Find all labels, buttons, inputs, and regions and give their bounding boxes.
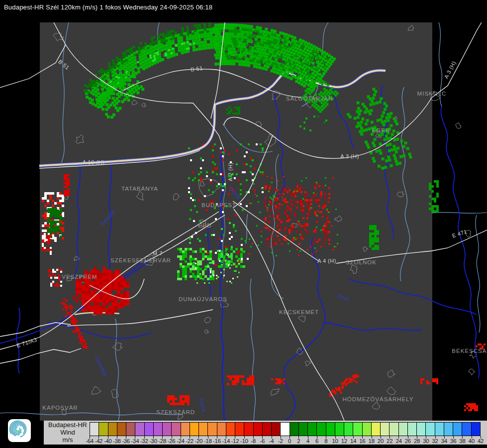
legend-color-box (226, 423, 235, 436)
legend-color-box (117, 423, 126, 436)
legend-color-box (390, 423, 398, 436)
legend-color-box (217, 423, 226, 436)
legend-color-box (163, 423, 172, 436)
legend-tick-label: 42 (474, 438, 487, 444)
legend-color-box (462, 423, 471, 436)
hungaromet-logo-icon (8, 419, 31, 442)
city-label: DUNAÚJVÁROS (179, 296, 227, 302)
legend-color-box (317, 423, 326, 436)
legend-color-box (453, 423, 462, 436)
legend-color-box (344, 423, 353, 436)
city-label: EGER (372, 127, 390, 133)
legend-color-box (272, 423, 281, 436)
city-label: VESZPRÉM (62, 274, 97, 280)
legend-quantity-label: Wind (46, 429, 90, 436)
legend-color-box (417, 423, 426, 436)
legend-color-box (326, 423, 335, 436)
road-label: A 10 (H) (83, 159, 104, 165)
city-label: SZOLNOK (346, 259, 377, 265)
legend-color-box (108, 423, 117, 436)
legend-color-box (435, 423, 444, 436)
legend-color-box (426, 423, 435, 436)
road-label: A 2 (H) (227, 162, 233, 181)
legend-color-box (472, 423, 480, 436)
road-label: M 7 (153, 250, 163, 256)
legend-color-boxes (90, 422, 481, 436)
legend-color-box (281, 423, 290, 436)
radar-product-screenshot: SALGÓTARJÁNMISKOLCEGERTATABÁNYABUDAPESTÉ… (0, 0, 487, 448)
legend-color-box (190, 423, 199, 436)
legend-color-box (399, 423, 408, 436)
legend-color-box (408, 423, 417, 436)
legend-color-box (335, 423, 344, 436)
legend-color-box (172, 423, 181, 436)
legend-color-box (308, 423, 317, 436)
legend-color-box (208, 423, 217, 436)
city-label: BUDAPEST (201, 202, 236, 208)
city-label: SZEKSZÁRD (156, 409, 195, 415)
city-label: TATABÁNYA (121, 186, 158, 192)
legend-panel: Budapest-HR Wind m/s -64-42-40-38-36-34-… (44, 421, 487, 445)
legend-colorbar: -64-42-40-38-36-34-32-30-28-26-24-22-20-… (90, 422, 481, 443)
road-label: A 3 (H) (340, 153, 359, 159)
legend-color-box (154, 423, 163, 436)
legend-color-box (254, 423, 263, 436)
product-title: Budapest-HR Szél 120km (m/s) 1 fokos Wed… (4, 3, 212, 11)
city-label: HÓDMEZŐVÁSÁRHELY (343, 396, 414, 402)
legend-color-box (181, 423, 190, 436)
legend-color-box (90, 423, 99, 436)
legend-color-box (244, 423, 253, 436)
legend-color-box (135, 423, 144, 436)
city-label: SZÉKESFEHÉRVÁR (110, 257, 171, 263)
legend-color-box (363, 423, 372, 436)
legend-color-box (99, 423, 108, 436)
radar-map: SALGÓTARJÁNMISKOLCEGERTATABÁNYABUDAPESTÉ… (0, 0, 487, 448)
legend-color-box (235, 423, 244, 436)
legend-color-box (381, 423, 390, 436)
city-label: KECSKEMÉT (279, 309, 319, 315)
road-label: A 4 (H) (317, 258, 336, 264)
city-label: KAPOSVÁR (42, 405, 78, 411)
legend-color-box (126, 423, 135, 436)
legend-product-label: Budapest-HR (46, 421, 90, 429)
city-label: BÉKÉSCSABA (452, 348, 487, 354)
legend-color-box (353, 423, 362, 436)
radar-echo-cluster (429, 180, 439, 213)
road-label: A 3 (H) (443, 60, 457, 80)
legend-color-box (290, 423, 299, 436)
settlement-outline (456, 123, 461, 129)
settlement-outline (469, 369, 475, 375)
legend-color-box (372, 423, 381, 436)
city-label: SALGÓTARJÁN (286, 96, 333, 102)
road-label: E 471 (451, 228, 468, 239)
legend-color-box (199, 423, 208, 436)
city-label: MISKOLC (417, 91, 447, 97)
city-label: ÉRD (198, 223, 211, 228)
legend-color-box (299, 423, 308, 436)
legend-color-box (444, 423, 453, 436)
legend-color-box (145, 423, 154, 436)
legend-color-box (263, 423, 272, 436)
radar-echo-cluster (464, 403, 478, 411)
